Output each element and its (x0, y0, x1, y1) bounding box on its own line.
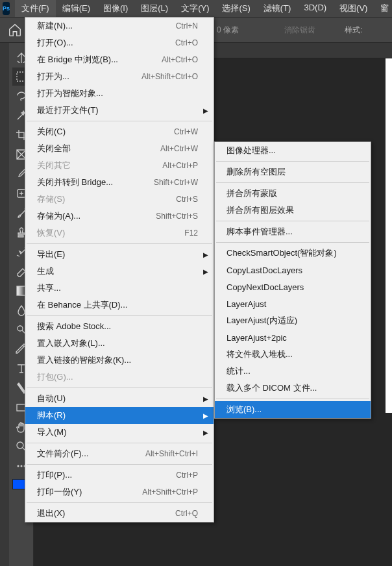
menu-9[interactable]: 窗 (374, 0, 392, 17)
scripts-menu-item-label: 载入多个 DICOM 文件... (227, 382, 355, 394)
file-menu-item-16[interactable]: 生成▶ (25, 263, 214, 280)
scripts-submenu-dropdown: 图像处理器...删除所有空图层拼合所有蒙版拼合所有图层效果脚本事件管理器...C… (214, 142, 371, 419)
file-menu-item-shortcut: Alt+Shift+Ctrl+P (142, 487, 198, 497)
app-logo: Ps (3, 2, 10, 15)
file-menu-item-20[interactable]: 搜索 Adobe Stock... (25, 318, 214, 335)
scripts-menu-item-15[interactable]: 将文件载入堆栈... (215, 346, 371, 363)
file-menu-item-9: 关闭其它Alt+Ctrl+P (25, 157, 214, 174)
file-menu-separator (27, 443, 212, 443)
svg-point-6 (17, 465, 19, 467)
file-menu-item-label: 关闭并转到 Bridge... (37, 177, 154, 188)
file-menu-item-4[interactable]: 打开为智能对象... (25, 85, 214, 102)
file-menu-item-8[interactable]: 关闭全部Alt+Ctrl+W (25, 140, 214, 157)
scripts-menu-item-4[interactable]: 拼合所有蒙版 (215, 185, 371, 202)
svg-point-7 (20, 465, 22, 467)
menubar: Ps 文件(F)编辑(E)图像(I)图层(L)文字(Y)选择(S)滤镜(T)3D… (0, 0, 392, 17)
scripts-menu-item-label: CopyNextDocLayers (227, 282, 355, 292)
file-menu-item-label: 在 Bridge 中浏览(B)... (37, 54, 162, 66)
submenu-arrow-icon: ▶ (203, 429, 208, 436)
scripts-menu-item-5[interactable]: 拼合所有图层效果 (215, 202, 371, 219)
scripts-menu-item-label: CopyLastDocLayers (227, 265, 355, 275)
file-menu-item-shortcut: Alt+Shift+Ctrl+O (141, 72, 198, 81)
file-menu-item-label: 打开(O)... (37, 37, 175, 49)
menu-3[interactable]: 图层(L) (134, 0, 175, 17)
file-menu-separator (27, 502, 212, 503)
scripts-menu-item-7[interactable]: 脚本事件管理器... (215, 223, 371, 240)
scripts-menu-item-label: LayerAjust(内适应) (227, 315, 355, 326)
scripts-menu-item-17[interactable]: 载入多个 DICOM 文件... (215, 380, 371, 397)
file-menu-item-22[interactable]: 置入链接的智能对象(K)... (25, 352, 214, 369)
file-menu-item-label: 恢复(V) (37, 227, 184, 239)
file-menu-separator (27, 464, 212, 465)
scripts-menu-item-9[interactable]: CheckSmartObject(智能对象) (215, 245, 371, 262)
file-menu-item-18[interactable]: 在 Behance 上共享(D)... (25, 297, 214, 314)
scripts-menu-separator (216, 182, 369, 183)
scripts-menu-item-14[interactable]: LayerAjust+2pic (215, 329, 371, 346)
document-canvas[interactable] (386, 58, 392, 413)
file-menu-item-label: 关闭(C) (37, 126, 174, 138)
scripts-menu-item-label: LayerAjust (227, 299, 355, 309)
scripts-menu-item-10[interactable]: CopyLastDocLayers (215, 262, 371, 278)
file-menu-separator (27, 315, 212, 316)
opt-style-label: 样式: (345, 25, 362, 36)
file-menu-item-label: 退出(X) (37, 508, 175, 519)
scripts-menu-item-0[interactable]: 图像处理器... (215, 142, 371, 159)
scripts-menu-item-16[interactable]: 统计... (215, 363, 371, 380)
scripts-menu-item-12[interactable]: LayerAjust (215, 295, 371, 312)
file-menu-item-26[interactable]: 脚本(R)▶ (25, 407, 214, 424)
file-menu-item-1[interactable]: 打开(O)...Ctrl+O (25, 34, 214, 51)
file-menu-item-0[interactable]: 新建(N)...Ctrl+N (25, 18, 214, 34)
scripts-menu-item-2[interactable]: 删除所有空图层 (215, 164, 371, 180)
file-menu-item-label: 搜索 Adobe Stock... (37, 321, 198, 332)
file-menu-item-15[interactable]: 导出(E)▶ (25, 246, 214, 263)
file-menu-item-5[interactable]: 最近打开文件(T)▶ (25, 102, 214, 119)
file-menu-item-label: 自动(U) (37, 393, 198, 404)
file-menu-item-12[interactable]: 存储为(A)...Shift+Ctrl+S (25, 208, 214, 225)
scripts-menu-separator (216, 161, 369, 162)
home-icon[interactable] (8, 23, 22, 37)
file-menu-item-label: 打开为智能对象... (37, 88, 198, 99)
menu-6[interactable]: 滤镜(T) (257, 0, 298, 17)
file-menu-item-17[interactable]: 共享... (25, 280, 214, 297)
menu-2[interactable]: 图像(I) (97, 0, 134, 17)
svg-point-3 (18, 326, 23, 331)
file-menu-item-31[interactable]: 打印(P)...Ctrl+P (25, 467, 214, 484)
menu-4[interactable]: 文字(Y) (175, 0, 215, 17)
scripts-menu-item-11[interactable]: CopyNextDocLayers (215, 278, 371, 295)
file-menu-item-label: 置入链接的智能对象(K)... (37, 354, 198, 366)
file-menu-item-label: 打印(P)... (37, 469, 176, 481)
file-menu-item-3[interactable]: 打开为...Alt+Shift+Ctrl+O (25, 68, 214, 85)
scripts-menu-item-19[interactable]: 浏览(B)... (215, 401, 371, 418)
file-menu-item-34[interactable]: 退出(X)Ctrl+Q (25, 505, 214, 522)
file-menu-item-shortcut: Ctrl+N (176, 21, 198, 31)
file-menu-item-label: 导出(E) (37, 249, 198, 260)
scripts-menu-item-label: 删除所有空图层 (227, 166, 355, 178)
menu-0[interactable]: 文件(F) (15, 0, 56, 17)
file-menu-item-7[interactable]: 关闭(C)Ctrl+W (25, 123, 214, 140)
file-menu-item-21[interactable]: 置入嵌入对象(L)... (25, 335, 214, 352)
file-menu-item-shortcut: Alt+Ctrl+P (162, 161, 198, 170)
file-menu-item-27[interactable]: 导入(M)▶ (25, 424, 214, 441)
file-menu-item-shortcut: Ctrl+O (175, 38, 198, 47)
menu-5[interactable]: 选择(S) (215, 0, 256, 17)
file-menu-item-29[interactable]: 文件简介(F)...Alt+Shift+Ctrl+I (25, 445, 214, 462)
file-menu-item-10[interactable]: 关闭并转到 Bridge...Shift+Ctrl+W (25, 174, 214, 191)
file-menu-item-label: 文件简介(F)... (37, 448, 145, 460)
file-menu-item-11: 存储(S)Ctrl+S (25, 191, 214, 208)
scripts-menu-item-13[interactable]: LayerAjust(内适应) (215, 312, 371, 329)
menu-7[interactable]: 3D(D) (297, 0, 333, 17)
file-menu-item-label: 导入(M) (37, 426, 198, 438)
file-menu-item-25[interactable]: 自动(U)▶ (25, 390, 214, 407)
opt-antialias: 消除锯齿 (284, 25, 315, 36)
file-menu-item-32[interactable]: 打印一份(Y)Alt+Shift+Ctrl+P (25, 484, 214, 500)
scripts-menu-separator (216, 221, 369, 221)
file-menu-item-2[interactable]: 在 Bridge 中浏览(B)...Alt+Ctrl+O (25, 51, 214, 68)
menu-8[interactable]: 视图(V) (333, 0, 374, 17)
file-menu-item-shortcut: Ctrl+Q (175, 509, 198, 518)
scripts-menu-item-label: 拼合所有蒙版 (227, 188, 355, 199)
file-menu-item-label: 生成 (37, 265, 198, 277)
menu-1[interactable]: 编辑(E) (56, 0, 97, 17)
file-menu-item-shortcut: Ctrl+S (176, 195, 198, 204)
scripts-menu-item-label: 图像处理器... (227, 145, 355, 156)
scripts-menu-item-label: 统计... (227, 365, 355, 377)
